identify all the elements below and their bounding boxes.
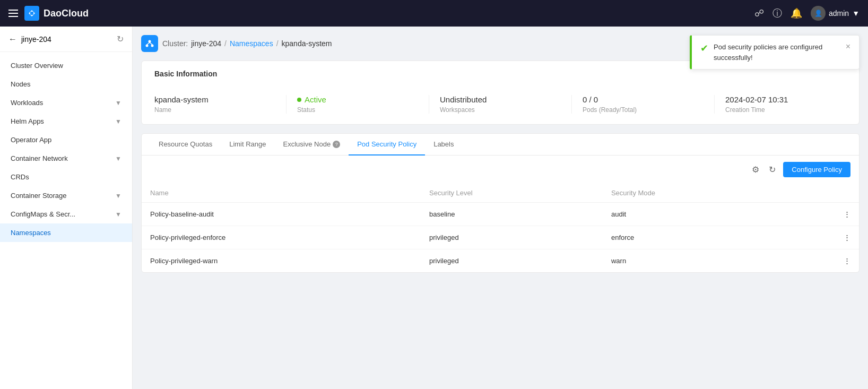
namespace-name-value: kpanda-system	[154, 95, 275, 104]
sidebar-item-workloads[interactable]: Workloads ▼	[0, 93, 132, 112]
logo: DaoCloud	[24, 6, 89, 21]
creation-time-value: 2024-02-07 10:31	[725, 95, 846, 104]
pods-label: Pods (Ready/Total)	[583, 106, 704, 114]
cluster-icon	[141, 35, 158, 52]
breadcrumb-sep-2: /	[276, 39, 279, 48]
workspaces-value: Undistributed	[440, 95, 561, 104]
sidebar-item-label: ConfigMaps & Secr...	[11, 210, 75, 218]
svg-point-3	[146, 45, 149, 47]
user-chevron-icon: ▼	[852, 9, 860, 18]
sidebar-item-label: Workloads	[11, 99, 43, 107]
row-security-mode: audit	[603, 203, 787, 226]
success-icon: ✔	[700, 42, 708, 54]
basic-info-grid: kpanda-system Name Active Status Undistr…	[142, 84, 859, 124]
chevron-down-icon: ▼	[115, 211, 121, 218]
basic-info-card: Basic Information kpanda-system Name Act…	[141, 60, 860, 125]
col-name: Name	[142, 184, 421, 203]
namespaces-breadcrumb-link[interactable]: Namespaces	[230, 39, 273, 48]
tab-labels[interactable]: Labels	[425, 134, 462, 155]
sidebar-item-label: Operator App	[11, 136, 51, 144]
top-header: DaoCloud ☍ ⓘ 🔔 👤 admin ▼	[0, 0, 868, 27]
sidebar-item-operator-app[interactable]: Operator App	[0, 131, 132, 149]
info-workspaces: Undistributed Workspaces	[440, 95, 561, 114]
sidebar-item-crds[interactable]: CRDs	[0, 168, 132, 186]
info-pods: 0 / 0 Pods (Ready/Total)	[583, 95, 704, 114]
messages-icon[interactable]: ☍	[754, 7, 764, 19]
tabs: Resource Quotas Limit Range Exclusive No…	[142, 134, 859, 155]
cluster-label: Cluster:	[162, 39, 188, 48]
status-label: Status	[297, 106, 418, 114]
sidebar-item-namespaces[interactable]: Namespaces	[0, 223, 132, 242]
status-value: Active	[297, 95, 418, 104]
tab-resource-quotas[interactable]: Resource Quotas	[150, 134, 221, 155]
chevron-down-icon: ▼	[115, 99, 121, 107]
creation-time-label: Creation Time	[725, 106, 846, 114]
policy-card: Resource Quotas Limit Range Exclusive No…	[141, 133, 860, 273]
tab-exclusive-node[interactable]: Exclusive Node ?	[275, 134, 349, 155]
table-toolbar: ⚙ ↻ Configure Policy	[142, 155, 859, 184]
notification-close-button[interactable]: ×	[846, 42, 850, 51]
success-notification: ✔ Pod security policies are configured s…	[690, 35, 860, 70]
sidebar-cluster-name: jinye-204	[21, 35, 51, 44]
sidebar-item-label: Namespaces	[11, 229, 51, 237]
sidebar: ← jinye-204 ↻ Cluster Overview Nodes Wor…	[0, 27, 133, 389]
tab-pod-security-policy[interactable]: Pod Security Policy	[349, 134, 425, 155]
notifications-icon[interactable]: 🔔	[791, 7, 802, 19]
sidebar-item-label: Container Storage	[11, 192, 67, 200]
row-security-mode: warn	[603, 249, 787, 273]
sidebar-item-label: Helm Apps	[11, 117, 44, 125]
policy-table: Name Security Level Security Mode Policy…	[142, 184, 859, 272]
svg-rect-1	[30, 12, 33, 15]
sidebar-item-label: Container Network	[11, 154, 68, 162]
status-text: Active	[305, 95, 326, 104]
svg-point-2	[149, 40, 151, 43]
sidebar-item-cluster-overview[interactable]: Cluster Overview	[0, 56, 132, 75]
refresh-table-icon[interactable]: ↻	[767, 162, 778, 177]
chevron-down-icon: ▼	[115, 192, 121, 200]
row-name: Policy-privileged-enforce	[142, 226, 421, 249]
logo-text: DaoCloud	[44, 8, 89, 19]
user-menu[interactable]: 👤 admin ▼	[811, 6, 860, 21]
username: admin	[829, 9, 849, 18]
breadcrumb-text: Cluster: jinye-204 / Namespaces / kpanda…	[162, 39, 332, 48]
sidebar-item-container-network[interactable]: Container Network ▼	[0, 149, 132, 168]
refresh-icon[interactable]: ↻	[117, 34, 124, 44]
settings-icon[interactable]: ⚙	[750, 162, 761, 177]
table-row: Policy-privileged-enforce privileged enf…	[142, 226, 859, 249]
sidebar-item-helm-apps[interactable]: Helm Apps ▼	[0, 112, 132, 131]
pods-value: 0 / 0	[583, 95, 704, 104]
configure-policy-button[interactable]: Configure Policy	[783, 162, 850, 177]
sidebar-item-configmaps[interactable]: ConfigMaps & Secr... ▼	[0, 205, 132, 223]
avatar: 👤	[811, 6, 826, 21]
cluster-name: jinye-204	[191, 39, 221, 48]
sidebar-item-nodes[interactable]: Nodes	[0, 75, 132, 93]
row-actions-button[interactable]: ⋮	[787, 226, 859, 249]
col-security-mode: Security Mode	[603, 184, 787, 203]
chevron-down-icon: ▼	[115, 118, 121, 125]
exclusive-node-info-icon: ?	[333, 141, 340, 148]
workspaces-label: Workspaces	[440, 106, 561, 114]
table-row: Policy-privileged-warn privileged warn ⋮	[142, 249, 859, 273]
svg-point-4	[151, 45, 154, 47]
row-security-level: privileged	[421, 249, 603, 273]
help-icon[interactable]: ⓘ	[772, 7, 782, 20]
sidebar-item-label: CRDs	[11, 173, 29, 181]
row-security-level: privileged	[421, 226, 603, 249]
svg-line-5	[147, 42, 150, 45]
row-security-mode: enforce	[603, 226, 787, 249]
info-name: kpanda-system Name	[154, 95, 275, 114]
sidebar-item-container-storage[interactable]: Container Storage ▼	[0, 186, 132, 205]
row-name: Policy-baseline-audit	[142, 203, 421, 226]
row-actions-button[interactable]: ⋮	[787, 249, 859, 273]
sidebar-item-label: Cluster Overview	[11, 62, 63, 70]
tab-limit-range[interactable]: Limit Range	[221, 134, 274, 155]
section-title: Basic Information	[154, 70, 846, 78]
col-actions	[787, 184, 859, 203]
hamburger-menu[interactable]	[8, 10, 18, 17]
current-namespace: kpanda-system	[282, 39, 332, 48]
row-actions-button[interactable]: ⋮	[787, 203, 859, 226]
sidebar-cluster-link[interactable]: ← jinye-204	[8, 34, 51, 44]
back-arrow-icon: ←	[8, 34, 17, 44]
table-row: Policy-baseline-audit baseline audit ⋮	[142, 203, 859, 226]
row-security-level: baseline	[421, 203, 603, 226]
